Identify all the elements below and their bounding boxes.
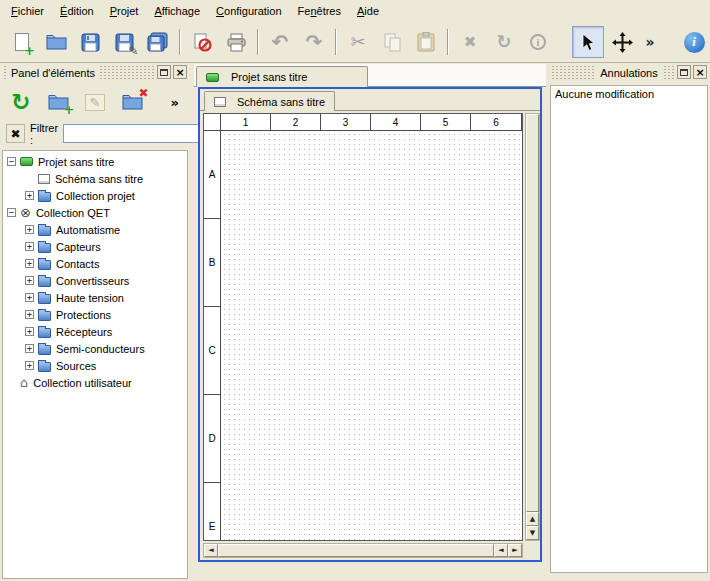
expand-toggle[interactable]: + [25,276,34,285]
scroll-left-button[interactable]: ◄ [204,544,218,557]
ruler-column: 6 [471,114,522,131]
expand-toggle[interactable]: + [25,361,34,370]
delete-button[interactable]: ✖ [454,26,486,58]
tree-item-project[interactable]: − Projet sans titre [3,153,187,170]
new-element-button[interactable]: + [44,88,72,116]
dock-close-button[interactable]: × [693,65,707,79]
reload-collections-button[interactable]: ↻ [7,88,35,116]
elements-panel: Panel d'éléments × ↻ + ✎ [0,64,190,581]
tree-item-collection-projet[interactable]: + Collection projet [3,187,187,204]
save-as-icon: ✎ [115,33,134,52]
tree-item-label: Récepteurs [56,326,112,338]
tree-item-semi-conducteurs[interactable]: + Semi-conducteurs [3,340,187,357]
tree-item-collection-qet[interactable]: − ⊗ Collection QET [3,204,187,221]
expand-toggle[interactable]: + [25,225,34,234]
cut-button[interactable]: ✂ [342,26,374,58]
menu-fenetres[interactable]: Fenêtres [290,1,349,21]
edit-element-button[interactable]: ✎ [81,88,109,116]
dock-float-button[interactable] [157,65,171,79]
menu-edition[interactable]: Édition [52,1,102,21]
diagram-view[interactable]: 1 2 3 4 5 6 A B C D E [203,113,523,541]
arrow-left-icon: ◄ [498,547,503,554]
expand-toggle[interactable]: + [25,327,34,336]
filter-input[interactable] [63,124,213,143]
scroll-up-button[interactable]: ▲ [526,512,539,526]
tree-item-collection-utilisateur[interactable]: ⌂ Collection utilisateur [3,374,187,391]
select-mode-button[interactable] [572,26,604,58]
tree-item-label: Contacts [56,258,99,270]
horizontal-scrollbar[interactable]: ◄ ◄ ► [203,543,523,558]
main-toolbar: + ✎ [0,22,710,63]
tree-item-capteurs[interactable]: + Capteurs [3,238,187,255]
rotate-button[interactable]: ↻ [488,26,520,58]
copy-button[interactable] [376,26,408,58]
folder-icon [38,277,51,287]
column-ruler: 1 2 3 4 5 6 [221,114,522,131]
project-tab-bar: Projet sans titre [194,64,546,87]
print-button[interactable] [220,26,252,58]
tab-project[interactable]: Projet sans titre [196,66,368,87]
scroll-left-button-2[interactable]: ◄ [494,544,508,557]
dock-float-button[interactable] [677,65,691,79]
save-all-button[interactable] [142,26,174,58]
panel-overflow-button[interactable]: » [167,94,183,111]
tree-item-sources[interactable]: + Sources [3,357,187,374]
filter-row: ✖ Filtrer : [0,121,190,146]
menu-projet[interactable]: Projet [102,1,147,21]
expand-toggle[interactable]: + [25,310,34,319]
tree-item-automatisme[interactable]: + Automatisme [3,221,187,238]
tab-label: Projet sans titre [231,71,307,83]
open-project-button[interactable] [40,26,72,58]
menu-aide[interactable]: Aide [349,1,387,21]
elements-panel-toolbar: ↻ + ✎ ✖ » [0,83,190,121]
expand-toggle[interactable]: + [25,344,34,353]
tree-item-contacts[interactable]: + Contacts [3,255,187,272]
diagram-grid[interactable] [222,132,522,540]
vertical-scrollbar[interactable]: ▲ ▼ [525,113,540,541]
menu-affichage[interactable]: Affichage [146,1,208,21]
toolbar-separator [179,29,181,55]
expand-toggle[interactable]: + [25,242,34,251]
menu-configuration[interactable]: Configuration [208,1,289,21]
tree-item-protections[interactable]: + Protections [3,306,187,323]
undo-button[interactable]: ↶ [264,26,296,58]
scroll-down-button[interactable]: ▼ [526,526,539,540]
cursor-arrow-icon [581,33,595,52]
collapse-toggle[interactable]: − [7,208,16,217]
undo-history-list[interactable]: Aucune modification [550,85,708,573]
vertical-scroll-thumb[interactable] [526,114,539,512]
expand-toggle[interactable]: + [25,259,34,268]
tree-item-schema[interactable]: Schéma sans titre [3,170,187,187]
about-button[interactable]: i [678,26,710,58]
menu-fichier[interactable]: Fichier [3,1,52,21]
close-icon: × [175,67,184,78]
toolbar-separator [335,29,337,55]
toolbar-overflow-button[interactable]: » [640,26,660,58]
tree-item-label: Convertisseurs [56,275,129,287]
dock-close-button[interactable]: × [173,65,187,79]
tree-item-haute-tension[interactable]: + Haute tension [3,289,187,306]
horizontal-scroll-thumb[interactable] [218,544,494,557]
collapse-toggle[interactable]: − [7,157,16,166]
clear-filter-button[interactable]: ✖ [6,124,25,143]
new-document-button[interactable]: + [6,26,38,58]
tree-item-label: Collection utilisateur [33,377,131,389]
rotate-icon: ↻ [496,33,511,51]
toolbar-separator [257,29,259,55]
save-button[interactable] [74,26,106,58]
close-file-button[interactable] [186,26,218,58]
redo-button[interactable]: ↷ [298,26,330,58]
delete-element-button[interactable]: ✖ [118,88,146,116]
expand-toggle[interactable]: + [25,293,34,302]
elements-panel-title: Panel d'éléments [6,66,100,80]
paste-button[interactable] [410,26,442,58]
tree-item-convertisseurs[interactable]: + Convertisseurs [3,272,187,289]
pan-mode-button[interactable] [606,26,638,58]
tree-item-recepteurs[interactable]: + Récepteurs [3,323,187,340]
tab-diagram[interactable]: Schéma sans titre [204,91,335,111]
save-as-button[interactable]: ✎ [108,26,140,58]
scroll-right-button[interactable]: ► [508,544,522,557]
expand-toggle[interactable]: + [25,191,34,200]
element-info-button[interactable]: i [522,26,554,58]
ruler-row: A [204,131,221,219]
